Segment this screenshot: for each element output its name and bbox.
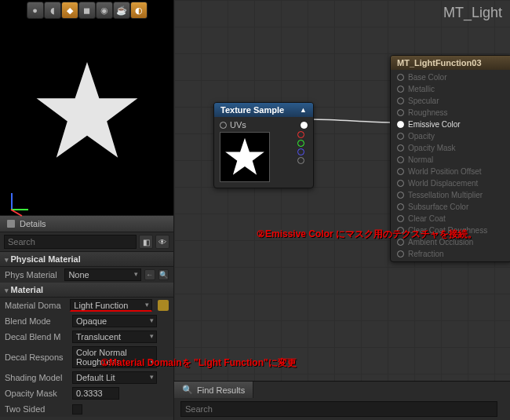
- material-pin-clear-coat[interactable]: Clear Coat: [391, 213, 510, 225]
- uvs-label: UVs: [230, 120, 246, 130]
- details-icon: [6, 219, 16, 228]
- material-preview-viewport[interactable]: ● ◖ ◆ ◼ ◉ ☕ ◐: [0, 0, 173, 216]
- connection-wire: [310, 116, 396, 130]
- decal-blend-dropdown[interactable]: Translucent: [72, 331, 157, 343]
- material-pin-refraction[interactable]: Refraction: [391, 248, 510, 260]
- material-pin-label: Tessellation Multiplier: [408, 191, 483, 199]
- material-domain-dropdown[interactable]: Light Function: [70, 299, 152, 312]
- preview-mesh-icon[interactable]: ◉: [96, 2, 113, 19]
- preview-viewport-options-icon[interactable]: ◐: [130, 2, 148, 19]
- material-pin-label: Clear Coat: [408, 214, 446, 223]
- two-sided-label: Two Sided: [5, 404, 69, 414]
- browse-find-icon[interactable]: 🔍: [158, 269, 169, 280]
- material-input-pin[interactable]: [397, 192, 404, 199]
- opacity-mask-label: Opacity Mask: [5, 389, 69, 398]
- material-input-pin[interactable]: [397, 144, 404, 152]
- material-pin-label: Refraction: [408, 250, 444, 258]
- graph-title: MT_Light: [443, 5, 502, 21]
- material-input-pin[interactable]: [397, 121, 404, 128]
- material-pin-label: Emissive Color: [408, 120, 461, 129]
- find-results-search-input[interactable]: [180, 401, 497, 417]
- material-pin-label: Normal: [408, 155, 433, 164]
- category-header-physical-material[interactable]: Physical Material: [0, 252, 173, 267]
- material-pin-label: Specular: [408, 97, 439, 105]
- texture-sample-header[interactable]: Texture Sample ▲: [214, 103, 313, 117]
- shading-model-label: Shading Model: [5, 373, 69, 382]
- a-output-pin[interactable]: [297, 157, 304, 164]
- material-pin-world-displacement[interactable]: World Displacement: [391, 177, 510, 189]
- preview-teapot-icon[interactable]: ☕: [113, 2, 130, 19]
- find-results-tab[interactable]: 🔍 Find Results: [174, 382, 253, 398]
- preview-cylinder-icon[interactable]: ◖: [44, 2, 61, 19]
- material-input-pin[interactable]: [397, 74, 404, 81]
- preview-plane-icon[interactable]: ◆: [61, 2, 78, 19]
- preview-toolbar: ● ◖ ◆ ◼ ◉ ☕ ◐: [27, 2, 148, 19]
- material-input-pin[interactable]: [397, 168, 404, 175]
- shading-model-dropdown[interactable]: Default Lit: [72, 371, 157, 384]
- material-pin-label: Base Color: [408, 73, 446, 82]
- phys-material-dropdown[interactable]: None: [64, 268, 141, 281]
- material-input-pin[interactable]: [397, 203, 404, 210]
- details-tab-label: Details: [20, 219, 46, 228]
- preview-sphere-icon[interactable]: ●: [27, 2, 44, 19]
- material-output-header[interactable]: MT_LightFunction03: [391, 56, 510, 70]
- details-filter-icon[interactable]: ◧: [139, 235, 153, 249]
- browse-back-icon[interactable]: ←: [144, 269, 155, 280]
- material-pin-label: Opacity: [408, 132, 435, 141]
- b-output-pin[interactable]: [297, 148, 304, 155]
- material-pin-world-position-offset[interactable]: World Position Offset: [391, 166, 510, 177]
- material-pin-label: World Position Offset: [408, 167, 482, 176]
- material-pin-tessellation-multiplier[interactable]: Tessellation Multiplier: [391, 189, 510, 201]
- r-output-pin[interactable]: [297, 131, 304, 138]
- material-input-pin[interactable]: [397, 180, 404, 187]
- material-pin-base-color[interactable]: Base Color: [391, 71, 510, 83]
- details-tab[interactable]: Details: [0, 216, 173, 232]
- annotation-1: ①Material Domainを "Light Function"に変更: [100, 356, 297, 370]
- material-input-pin[interactable]: [397, 109, 404, 116]
- details-search-bar: ◧ 👁: [0, 232, 173, 252]
- material-pin-label: Subsurface Color: [408, 203, 468, 211]
- category-header-material[interactable]: Material: [0, 283, 173, 298]
- blend-mode-dropdown[interactable]: Opaque: [72, 315, 157, 327]
- details-search-input[interactable]: [4, 235, 137, 249]
- svg-rect-0: [7, 220, 15, 228]
- texture-thumbnail[interactable]: [220, 132, 270, 182]
- preview-cube-icon[interactable]: ◼: [78, 2, 96, 19]
- phys-material-label: Phys Material: [5, 270, 61, 279]
- opacity-mask-input[interactable]: [72, 387, 119, 400]
- material-pin-label: Opacity Mask: [408, 144, 456, 152]
- uvs-input-pin[interactable]: [220, 122, 227, 129]
- preview-star-shape: [32, 57, 142, 166]
- reset-to-default-icon[interactable]: [158, 300, 169, 311]
- material-pin-emissive-color[interactable]: Emissive Color: [391, 119, 510, 130]
- g-output-pin[interactable]: [297, 140, 304, 147]
- material-graph[interactable]: MT_Light Texture Sample ▲ UVs: [174, 0, 510, 381]
- material-pin-roughness[interactable]: Roughness: [391, 107, 510, 119]
- rgb-output-pin[interactable]: [301, 122, 308, 129]
- material-pin-normal[interactable]: Normal: [391, 154, 510, 166]
- material-input-pin[interactable]: [397, 156, 404, 163]
- collapse-icon[interactable]: ▲: [300, 106, 307, 114]
- find-results-label: Find Results: [197, 385, 245, 395]
- annotation-2: ②Emissive Color にマスク用のテクスチャを接続。: [257, 228, 477, 241]
- category-physical-material: Physical Material Phys Material None ← 🔍: [0, 252, 173, 283]
- material-pin-specular[interactable]: Specular: [391, 95, 510, 107]
- material-pin-label: World Displacement: [408, 179, 478, 188]
- material-input-pin[interactable]: [397, 250, 404, 257]
- material-pin-subsurface-color[interactable]: Subsurface Color: [391, 201, 510, 213]
- blend-mode-label: Blend Mode: [5, 316, 69, 326]
- decal-response-label: Decal Respons: [5, 352, 69, 362]
- material-pin-opacity-mask[interactable]: Opacity Mask: [391, 142, 510, 154]
- material-pin-opacity[interactable]: Opacity: [391, 130, 510, 142]
- material-pin-label: Metallic: [408, 85, 435, 93]
- material-pin-label: Roughness: [408, 108, 448, 117]
- material-input-pin[interactable]: [397, 86, 404, 93]
- material-pin-metallic[interactable]: Metallic: [391, 83, 510, 95]
- two-sided-checkbox[interactable]: [72, 404, 82, 415]
- details-eye-icon[interactable]: 👁: [155, 235, 169, 249]
- material-input-pin[interactable]: [397, 97, 404, 104]
- material-input-pin[interactable]: [397, 133, 404, 140]
- material-input-pin[interactable]: [397, 215, 404, 222]
- category-material: Material Material Doma Light Function Bl…: [0, 283, 173, 417]
- texture-sample-node[interactable]: Texture Sample ▲ UVs: [213, 102, 314, 188]
